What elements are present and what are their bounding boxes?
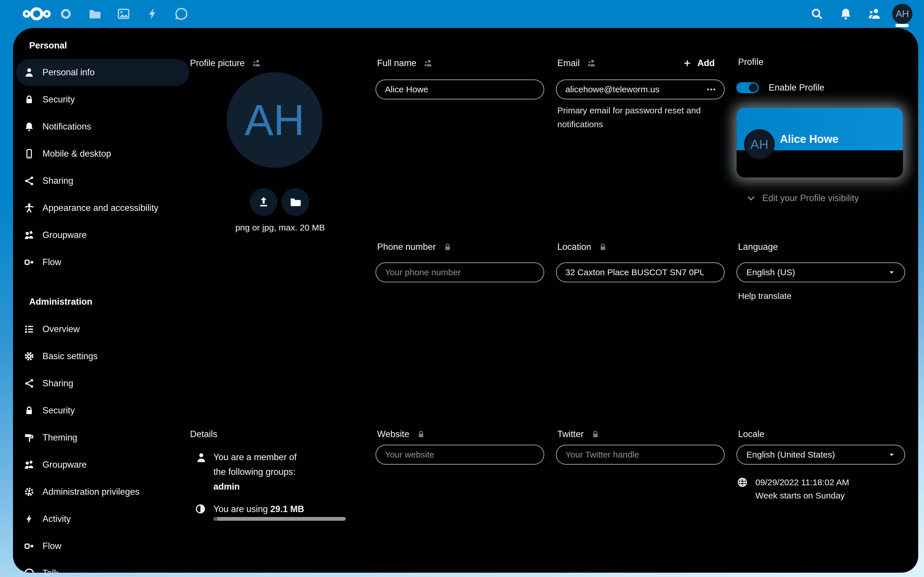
scope-contacts-icon[interactable] <box>587 59 596 68</box>
search-icon[interactable] <box>810 7 824 21</box>
sidebar-item-label: Groupware <box>42 230 87 240</box>
website-label: Website <box>377 428 425 440</box>
profile-avatar-large[interactable]: AH <box>227 72 323 168</box>
location-input[interactable] <box>556 262 725 282</box>
photos-icon[interactable] <box>117 7 130 21</box>
sidebar-item-personal-info[interactable]: Personal info <box>16 59 189 86</box>
three-dots-icon <box>706 85 716 94</box>
user-avatar[interactable]: AH <box>892 4 913 24</box>
sidebar-item-admin-talk[interactable]: Talk <box>16 560 189 573</box>
globe-icon <box>737 477 748 488</box>
contacts-icon[interactable] <box>868 7 881 21</box>
twitter-label-text: Twitter <box>557 429 583 439</box>
quota-progress-bar <box>213 517 346 521</box>
sidebar-item-label: Activity <box>42 514 71 524</box>
lock-icon[interactable] <box>417 430 425 438</box>
locale-datetime-block: 09/29/2022 11:18:02 AM Week starts on Su… <box>755 476 849 502</box>
sidebar-item-security[interactable]: Security <box>16 86 189 113</box>
enable-profile-toggle[interactable] <box>736 82 759 93</box>
sidebar-item-theming[interactable]: Theming <box>16 424 189 451</box>
location-label: Location <box>557 241 607 253</box>
scope-contacts-icon[interactable] <box>252 59 261 68</box>
sidebar-item-notifications[interactable]: Notifications <box>16 113 189 140</box>
profile-picture-heading: Profile picture <box>190 57 261 69</box>
lock-icon <box>24 405 34 416</box>
activity-icon[interactable] <box>146 7 159 21</box>
full-name-label-text: Full name <box>377 58 417 68</box>
help-translate-link[interactable]: Help translate <box>738 291 792 301</box>
notifications-bell-icon[interactable] <box>839 7 852 21</box>
email-input[interactable] <box>556 79 725 100</box>
groups-membership-text: You are a member of the following groups… <box>213 450 312 479</box>
quota-text: You are using 29.1 MB <box>213 504 304 514</box>
paint-roller-icon <box>24 432 34 443</box>
website-label-text: Website <box>377 429 409 439</box>
sidebar-item-mobile-desktop[interactable]: Mobile & desktop <box>16 140 189 167</box>
files-icon[interactable] <box>88 7 101 21</box>
sidebar-item-label: Groupware <box>42 459 87 470</box>
phone-label: Phone number <box>377 241 452 253</box>
full-name-input[interactable] <box>375 79 544 100</box>
lock-icon[interactable] <box>599 243 607 251</box>
add-email-button[interactable]: Add <box>683 58 715 68</box>
upload-avatar-button[interactable] <box>250 188 278 216</box>
caret-down-icon <box>888 451 896 459</box>
sidebar-item-admin-sharing[interactable]: Sharing <box>16 370 189 397</box>
locale-label-text: Locale <box>738 429 764 439</box>
share-icon <box>24 176 34 186</box>
sidebar-item-basic-settings[interactable]: Basic settings <box>16 343 189 370</box>
twitter-label: Twitter <box>557 428 600 440</box>
settings-sidebar: Personal Personal info Security Notifica… <box>16 32 189 573</box>
locale-week-start: Week starts on Sunday <box>755 489 849 502</box>
sidebar-item-administration-privileges[interactable]: Administration privileges <box>16 478 189 506</box>
quota-value: 29.1 MB <box>270 504 304 514</box>
sidebar-item-label: Security <box>42 405 75 416</box>
language-selected-value: English (US) <box>746 268 795 277</box>
sidebar-item-groupware[interactable]: Groupware <box>16 222 189 249</box>
locale-preview-row: 09/29/2022 11:18:02 AM Week starts on Su… <box>737 476 910 502</box>
scope-contacts-icon[interactable] <box>424 59 433 68</box>
sidebar-item-appearance-accessibility[interactable]: Appearance and accessibility <box>16 195 189 222</box>
language-select[interactable]: English (US) <box>736 262 905 282</box>
quota-prefix: You are using <box>213 504 270 514</box>
sidebar-caption-personal: Personal <box>16 32 189 59</box>
flow-icon <box>24 257 34 268</box>
edit-profile-visibility-button[interactable]: Edit your Profile visibility <box>746 193 859 203</box>
sidebar-item-admin-security[interactable]: Security <box>16 397 189 424</box>
bell-icon <box>24 121 34 132</box>
email-label-text: Email <box>557 58 580 68</box>
sidebar-item-label: Administration privileges <box>42 487 139 497</box>
choose-from-files-button[interactable] <box>281 188 309 216</box>
add-email-label: Add <box>697 58 715 68</box>
dashboard-icon[interactable] <box>59 7 73 21</box>
talk-icon[interactable] <box>175 7 188 21</box>
website-input[interactable] <box>375 445 544 465</box>
full-name-label: Full name <box>377 57 433 69</box>
profile-preview-card[interactable]: AH Alice Howe <box>736 107 903 178</box>
chevron-down-icon <box>746 193 756 203</box>
flow-icon <box>24 541 34 551</box>
profile-card-avatar: AH <box>744 129 775 160</box>
sidebar-item-flow[interactable]: Flow <box>16 249 189 276</box>
sidebar-item-admin-groupware[interactable]: Groupware <box>16 451 189 478</box>
lock-icon[interactable] <box>443 243 452 251</box>
sidebar-item-sharing[interactable]: Sharing <box>16 167 189 195</box>
lock-icon[interactable] <box>591 430 600 438</box>
edit-visibility-label: Edit your Profile visibility <box>762 193 859 203</box>
email-actions-menu-button[interactable] <box>704 83 718 96</box>
phone-input[interactable] <box>375 262 544 282</box>
twitter-input[interactable] <box>556 445 725 465</box>
sidebar-item-overview[interactable]: Overview <box>16 316 189 343</box>
lightning-icon <box>24 514 34 524</box>
locale-selected-value: English (United States) <box>746 450 835 459</box>
locale-select[interactable]: English (United States) <box>736 445 905 465</box>
sidebar-item-admin-activity[interactable]: Activity <box>16 506 189 533</box>
nextcloud-logo-icon[interactable] <box>12 6 61 21</box>
folder-icon <box>289 196 302 208</box>
sidebar-item-admin-flow[interactable]: Flow <box>16 533 189 560</box>
person-icon <box>24 67 34 77</box>
profile-heading: Profile <box>738 56 764 68</box>
sidebar-item-label: Flow <box>42 541 61 551</box>
quota-icon <box>195 503 206 514</box>
share-icon <box>24 378 34 388</box>
